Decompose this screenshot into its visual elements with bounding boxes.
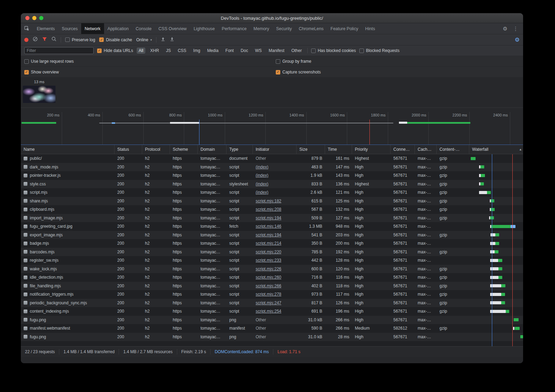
filter-pill-manifest[interactable]: Manifest (267, 47, 287, 54)
table-row[interactable]: manifest.webmanifest200h2httpstomayac…ma… (21, 324, 523, 333)
filter-funnel-icon[interactable] (42, 37, 47, 43)
column-header-content[interactable]: Content-… (437, 145, 469, 154)
column-header-name[interactable]: Name (21, 145, 114, 154)
search-icon[interactable] (51, 36, 57, 43)
tab-feature-policy[interactable]: Feature Policy (327, 23, 362, 34)
tab-sources[interactable]: Sources (58, 23, 81, 34)
table-row[interactable]: pointer-tracker.js200h2httpstomayac…scri… (21, 171, 523, 180)
table-row[interactable]: file_handling.mjs200h2httpstomayac…scrip… (21, 282, 523, 290)
table-row[interactable]: idle_detection.mjs200h2httpstomayac…scri… (21, 273, 523, 282)
blocked-requests-checkbox[interactable]: Blocked Requests (359, 48, 400, 53)
hide-data-urls-checkbox[interactable]: ✓ Hide data URLs (97, 48, 133, 53)
table-row[interactable]: style.css200h2httpstomayac…stylesheet(in… (21, 180, 523, 189)
initiator-link[interactable]: script.mjs:226 (256, 265, 294, 273)
has-blocked-cookies-checkbox[interactable]: Has blocked cookies (311, 48, 356, 53)
filter-pill-media[interactable]: Media (205, 47, 221, 54)
column-header-type[interactable]: Type (227, 145, 253, 154)
clear-network-log-icon[interactable] (33, 36, 38, 43)
column-header-size[interactable]: Size (297, 145, 325, 154)
column-header-time[interactable]: Time (325, 145, 352, 154)
show-overview-checkbox[interactable]: ✓ Show overview (24, 70, 59, 75)
initiator-link[interactable]: script.mjs:146 (256, 222, 294, 231)
tab-performance[interactable]: Performance (218, 23, 250, 34)
table-row[interactable]: content_indexing.mjs200h2httpstomayac…sc… (21, 307, 523, 316)
close-window-button[interactable] (25, 16, 29, 20)
filter-pill-css[interactable]: CSS (176, 47, 188, 54)
table-row[interactable]: public/200h2httpstomayac…documentOther87… (21, 154, 523, 163)
filter-pill-other[interactable]: Other (289, 47, 304, 54)
zoom-window-button[interactable] (39, 16, 43, 20)
table-row[interactable]: badge.mjs200h2httpstomayac…scriptscript.… (21, 239, 523, 248)
column-header-scheme[interactable]: Scheme (170, 145, 198, 154)
table-row[interactable]: dark_mode.mjs200h2httpstomayac…script(in… (21, 163, 523, 172)
filter-pill-font[interactable]: Font (223, 47, 236, 54)
tab-chromelens[interactable]: ChromeLens (295, 23, 327, 34)
column-header-conne[interactable]: Conne… (391, 145, 415, 154)
use-large-request-rows-checkbox[interactable]: Use large request rows (24, 59, 74, 64)
table-row[interactable]: fugu_greeting_card.jpg200h2httpstomayac…… (21, 222, 523, 231)
filter-pill-all[interactable]: All (137, 47, 145, 54)
table-row[interactable]: fugu.png200h2httpstomayac…pngOther31.0 k… (21, 333, 523, 341)
settings-gear-icon[interactable]: ⚙ (503, 26, 507, 32)
filter-pill-ws[interactable]: WS (253, 47, 264, 54)
column-header-status[interactable]: Status (114, 145, 142, 154)
table-row[interactable]: share.mjs200h2httpstomayac…scriptscript.… (21, 197, 523, 206)
initiator-link[interactable]: script.mjs:247 (256, 299, 294, 307)
kebab-menu-icon[interactable]: ⋮ (513, 26, 518, 32)
tab-console[interactable]: Console (132, 23, 155, 34)
initiator-link[interactable]: script.mjs:278 (256, 290, 294, 299)
table-row[interactable]: register_sw.mjs200h2httpstomayac…scripts… (21, 256, 523, 265)
tab-security[interactable]: Security (273, 23, 295, 34)
initiator-link[interactable]: script.mjs:208 (256, 205, 294, 214)
preserve-log-checkbox[interactable]: Preserve log (65, 37, 95, 42)
table-row[interactable]: notification_triggers.mjs200h2httpstomay… (21, 290, 523, 299)
initiator-link[interactable]: script.mjs:260 (256, 273, 294, 282)
initiator-link[interactable]: script.mjs:266 (256, 282, 294, 290)
column-header-cach[interactable]: Cach… (415, 145, 437, 154)
network-settings-gear-icon[interactable]: ⚙ (515, 36, 520, 43)
initiator-link[interactable]: script.mjs:254 (256, 307, 294, 316)
table-row[interactable]: script.mjs200h2httpstomayac…script(index… (21, 188, 523, 197)
screenshot-thumbnail[interactable] (23, 86, 56, 103)
initiator-link[interactable]: script.mjs:182 (256, 197, 294, 206)
initiator-link[interactable]: script.mjs:194 (256, 231, 294, 239)
network-overview-timeline[interactable]: 200 ms400 ms600 ms800 ms1000 ms1200 ms14… (21, 108, 523, 145)
table-row[interactable]: wake_lock.mjs200h2httpstomayac…scriptscr… (21, 265, 523, 273)
table-row[interactable]: periodic_background_sync.mjs200h2httpsto… (21, 299, 523, 307)
table-row[interactable]: import_image.mjs200h2httpstomayac…script… (21, 214, 523, 223)
column-header-initiator[interactable]: Initiator (253, 145, 297, 154)
tab-hints[interactable]: Hints (362, 23, 378, 34)
tab-elements[interactable]: Elements (33, 23, 58, 34)
tab-memory[interactable]: Memory (250, 23, 273, 34)
inspect-element-icon[interactable] (21, 23, 33, 34)
column-header-waterfall[interactable]: Waterfall▲ (469, 145, 523, 154)
table-row[interactable]: export_image.mjs200h2httpstomayac…script… (21, 231, 523, 239)
filter-pill-img[interactable]: Img (191, 47, 202, 54)
tab-application[interactable]: Application (104, 23, 132, 34)
column-header-protocol[interactable]: Protocol (142, 145, 170, 154)
export-har-icon[interactable] (170, 37, 174, 43)
tab-lighthouse[interactable]: Lighthouse (190, 23, 218, 34)
filter-input[interactable] (24, 47, 94, 54)
initiator-link[interactable]: script.mjs:220 (256, 248, 294, 256)
initiator-link[interactable]: script.mjs:233 (256, 256, 294, 265)
initiator-link[interactable]: script.mjs:194 (256, 214, 294, 223)
filter-pill-doc[interactable]: Doc (239, 47, 250, 54)
initiator-link[interactable]: (index) (256, 180, 294, 189)
table-row[interactable]: barcodes.mjs200h2httpstomayac…scriptscri… (21, 248, 523, 256)
initiator-link[interactable]: (index) (256, 171, 294, 180)
filter-pill-xhr[interactable]: XHR (148, 47, 161, 54)
table-row[interactable]: clipboard.mjs200h2httpstomayac…scriptscr… (21, 205, 523, 214)
disable-cache-checkbox[interactable]: ✓ Disable cache (99, 37, 132, 42)
tab-css-overview[interactable]: CSS Overview (155, 23, 190, 34)
minimize-window-button[interactable] (32, 16, 36, 20)
column-header-domain[interactable]: Domain (198, 145, 227, 154)
import-har-icon[interactable] (161, 37, 165, 43)
tab-network[interactable]: Network (81, 23, 104, 34)
capture-screenshots-checkbox[interactable]: ✓ Capture screenshots (276, 70, 321, 75)
record-network-log-button[interactable] (24, 38, 28, 42)
initiator-link[interactable]: script.mjs:214 (256, 239, 294, 248)
column-header-priority[interactable]: Priority (352, 145, 391, 154)
initiator-link[interactable]: (index) (256, 163, 294, 172)
throttling-select[interactable]: Online ▾ (136, 37, 152, 42)
